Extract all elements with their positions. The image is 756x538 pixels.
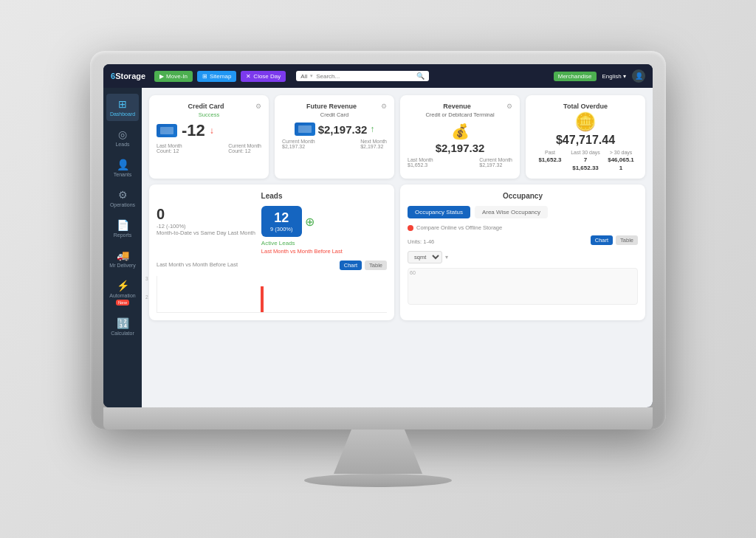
overdue-past-val: $1,652.3 bbox=[533, 156, 567, 163]
occ-dropdown-icon: ▾ bbox=[445, 254, 448, 261]
sidebar-item-leads[interactable]: ◎ Leads bbox=[106, 124, 139, 151]
occ-compare-row: Compare Online vs Offline Storage bbox=[408, 224, 638, 231]
rev-last-month-val: $1,652.3 bbox=[408, 162, 433, 168]
revenue-amount: $2,197.32 bbox=[436, 142, 485, 154]
move-in-button[interactable]: ▶ Move-In bbox=[154, 71, 193, 82]
future-revenue-gear-icon[interactable]: ⚙ bbox=[381, 103, 387, 110]
current-month-label: Current Month bbox=[228, 143, 261, 148]
credit-card-title: Credit Card bbox=[157, 103, 261, 110]
leads-active-pct: 9 (300%) bbox=[269, 226, 295, 232]
leads-stats: 0 -12 (-100%) Month-to-Date vs Same Day … bbox=[157, 206, 387, 255]
leads-yaxis-mid: 2 bbox=[145, 294, 148, 300]
sidebar-item-operations[interactable]: ⚙ Operations bbox=[106, 184, 139, 212]
dashboard-icon: ⊞ bbox=[118, 98, 127, 110]
operations-icon: ⚙ bbox=[118, 189, 128, 201]
credit-card-icon bbox=[157, 124, 177, 137]
sidebar-item-reports[interactable]: 📄 Reports bbox=[106, 215, 139, 242]
close-icon: ✕ bbox=[246, 73, 251, 80]
language-selector[interactable]: English ▾ bbox=[602, 73, 626, 80]
occupancy-status-tab[interactable]: Occupancy Status bbox=[408, 206, 470, 218]
occ-units-label: Units: 1-46 bbox=[408, 238, 434, 245]
active-leads-label: Active Leads bbox=[261, 240, 295, 246]
bottom-row: Leads 0 -12 (-100%) Month-to-Date vs Sam… bbox=[149, 184, 645, 320]
sidebar-item-calculator[interactable]: 🔢 Calculator bbox=[106, 313, 139, 340]
credit-card-icon-row: -12 ↓ bbox=[157, 121, 261, 140]
occ-chart-table-toggle: Chart Table bbox=[591, 235, 638, 245]
credit-card-status: Success bbox=[157, 111, 261, 118]
overdue-bottom-count: 1 bbox=[604, 165, 638, 171]
topnav: 66Storage DashboardStorage ▶ Move-In ⊞ S… bbox=[103, 64, 653, 88]
search-icon: 🔍 bbox=[416, 72, 425, 80]
overdue-last30-label: Last 30 days bbox=[568, 150, 602, 155]
occ-chart-button[interactable]: Chart bbox=[591, 235, 613, 245]
cards-row: ⚙ Credit Card Success -12 ↓ bbox=[149, 95, 645, 179]
main-layout: ⊞ Dashboard ◎ Leads 👤 Tenants ⚙ bbox=[103, 88, 653, 407]
overdue-past-label: Past bbox=[533, 150, 567, 155]
leads-compare-label: Last Month vs Month Before Last bbox=[157, 261, 238, 268]
occ-yaxis: 60 bbox=[410, 270, 416, 275]
delivery-icon: 🚚 bbox=[117, 249, 129, 261]
credit-card-down-arrow: ↓ bbox=[210, 125, 214, 136]
leads-active-num: 12 bbox=[269, 210, 295, 226]
monitor-stand bbox=[334, 430, 422, 474]
sitemap-button[interactable]: ⊞ Sitemap bbox=[197, 71, 236, 82]
area-wise-occupancy-tab[interactable]: Area Wise Occupancy bbox=[475, 206, 548, 218]
fr-next-month-label: Next Month bbox=[360, 139, 387, 144]
sidebar-item-mrdelivery[interactable]: 🚚 Mr Delivery bbox=[106, 245, 139, 272]
rev-current-month-label: Current Month bbox=[479, 157, 512, 162]
nav-right: Merchandise English ▾ 👤 bbox=[554, 69, 645, 83]
main-content: ⚙ Credit Card Success -12 ↓ bbox=[142, 88, 653, 407]
calculator-icon: 🔢 bbox=[117, 317, 129, 329]
close-day-button[interactable]: ✕ Close Day bbox=[241, 71, 286, 82]
search-filter-label[interactable]: All bbox=[300, 73, 307, 80]
leads-chart-button[interactable]: Chart bbox=[340, 261, 362, 270]
occ-compare-dot bbox=[408, 225, 413, 231]
future-revenue-meta: Current Month $2,197.32 Next Month $2,19… bbox=[282, 139, 387, 149]
plus-icon[interactable]: ⊕ bbox=[305, 215, 315, 229]
last-month-label: Last Month bbox=[157, 143, 182, 148]
last-month-count: Count: 12 bbox=[157, 148, 182, 154]
credit-card-widget: ⚙ Credit Card Success -12 ↓ bbox=[149, 95, 269, 179]
occupancy-section-title: Occupancy bbox=[408, 192, 638, 200]
rev-last-month-label: Last Month bbox=[408, 157, 433, 162]
total-overdue-amount: $47,717.44 bbox=[533, 134, 638, 147]
overdue-over30-val: $46,065.1 bbox=[604, 156, 638, 163]
occ-table-button[interactable]: Table bbox=[616, 235, 638, 245]
overdue-meta: Past Last 30 days > 30 days $1,652.3 7 $… bbox=[533, 150, 638, 171]
occupancy-chart-area: 60 bbox=[408, 268, 638, 305]
revenue-gear-icon[interactable]: ⚙ bbox=[506, 103, 512, 110]
future-revenue-icon-row: $2,197.32 ↑ bbox=[282, 123, 387, 136]
merchandise-button[interactable]: Merchandise bbox=[554, 72, 597, 81]
overdue-last30-count: 7 bbox=[568, 156, 602, 163]
leads-chart-table-toggle: Chart Table bbox=[340, 261, 387, 270]
user-avatar[interactable]: 👤 bbox=[632, 69, 645, 83]
leads-zero-value: 0 bbox=[157, 206, 255, 223]
monitor-bottom bbox=[103, 407, 653, 430]
leads-diff-sublabel: Month-to-Date vs Same Day Last Month bbox=[157, 230, 255, 236]
filter-dropdown-icon[interactable]: ▾ bbox=[310, 73, 313, 79]
tenants-icon: 👤 bbox=[117, 159, 129, 170]
sidebar-item-dashboard[interactable]: ⊞ Dashboard bbox=[106, 94, 139, 121]
new-badge: New bbox=[116, 300, 129, 306]
leads-yaxis-top: 3 bbox=[145, 276, 148, 281]
leads-last-month-label: Last Month vs Month Before Last bbox=[261, 248, 343, 255]
future-revenue-icon bbox=[295, 123, 315, 136]
sidebar-item-automation[interactable]: ⚡ Automation New bbox=[106, 275, 139, 310]
occ-units-select[interactable]: sqmt bbox=[408, 251, 442, 263]
future-revenue-widget: ⚙ Future Revenue Credit Card $2,197.32 bbox=[275, 95, 394, 179]
leads-section: Leads 0 -12 (-100%) Month-to-Date vs Sam… bbox=[149, 184, 394, 320]
credit-card-gear-icon[interactable]: ⚙ bbox=[255, 103, 261, 110]
rev-current-month-val: $2,197.32 bbox=[479, 162, 512, 168]
revenue-title: Revenue bbox=[408, 103, 512, 110]
fr-next-month-val: $2,197.32 bbox=[360, 144, 387, 149]
revenue-meta: Last Month $1,652.3 Current Month $2,197… bbox=[408, 157, 512, 168]
leads-table-button[interactable]: Table bbox=[365, 261, 387, 270]
coins-icon: 🪙 bbox=[533, 111, 638, 132]
occ-units-row: Units: 1-46 Chart Table bbox=[408, 235, 638, 248]
search-input[interactable] bbox=[316, 73, 413, 80]
future-revenue-subtitle: Credit Card bbox=[282, 111, 387, 118]
sidebar-item-tenants[interactable]: 👤 Tenants bbox=[106, 154, 139, 182]
total-overdue-title: Total Overdue bbox=[533, 103, 638, 110]
future-revenue-amount: $2,197.32 bbox=[318, 123, 368, 136]
future-revenue-up-arrow: ↑ bbox=[370, 124, 374, 134]
